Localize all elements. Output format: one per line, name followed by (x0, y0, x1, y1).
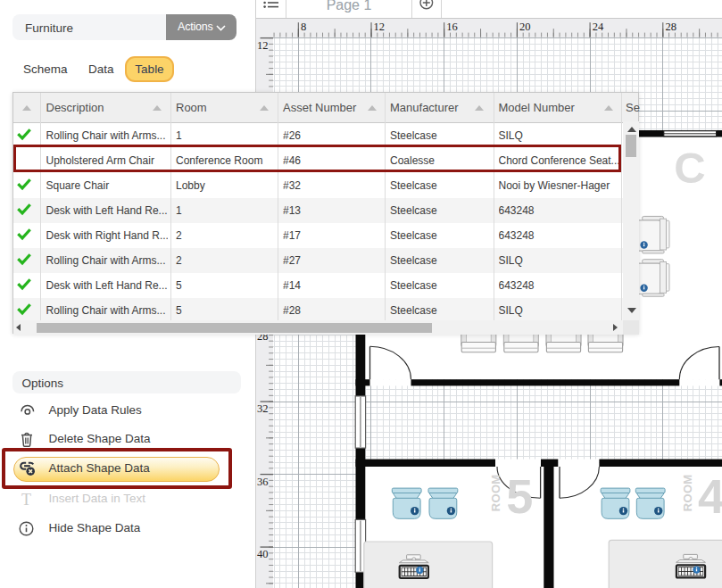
svg-text:C: C (674, 144, 705, 192)
svg-text:12: 12 (257, 39, 269, 52)
svg-text:16: 16 (446, 21, 458, 33)
svg-text:36: 36 (257, 476, 269, 488)
svg-text:12: 12 (374, 21, 386, 33)
svg-text:40: 40 (257, 548, 269, 560)
svg-text:ROOM: ROOM (681, 475, 694, 512)
svg-text:20: 20 (519, 21, 531, 33)
svg-text:4: 4 (698, 469, 722, 523)
svg-text:8: 8 (301, 21, 306, 33)
svg-text:28: 28 (665, 21, 676, 33)
svg-text:5: 5 (506, 469, 533, 523)
svg-text:32: 32 (257, 402, 269, 415)
svg-text:ROOM: ROOM (489, 475, 502, 512)
svg-text:24: 24 (593, 21, 604, 33)
